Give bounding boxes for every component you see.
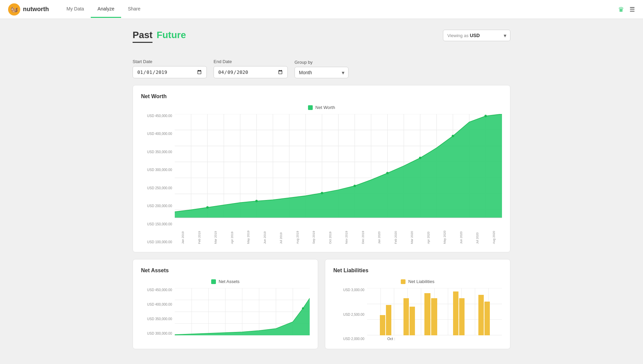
data-point	[386, 172, 389, 174]
start-date-label: Start Date	[133, 59, 207, 64]
na-y-350: USD 350,000.00	[141, 317, 172, 321]
header: 🐿️ nutworth My Data Analyze Share ♛ ☰	[0, 0, 643, 19]
na-y-450: USD 450,000.00	[141, 288, 172, 292]
data-point	[452, 135, 454, 137]
logo-area: 🐿️ nutworth	[8, 3, 49, 16]
na-y-400: USD 400,000.00	[141, 303, 172, 306]
bottom-charts-row: Net Assets Net Assets USD 450,000.00 USD…	[133, 259, 510, 356]
net-assets-legend: Net Assets	[141, 279, 310, 284]
title-past: Past	[133, 30, 152, 43]
x-label-jul20: Jul 2020	[476, 227, 479, 244]
x-label-mar19: Mar 2019	[214, 227, 217, 244]
net-liabilities-chart-area: Oct :	[367, 288, 502, 341]
bar	[453, 291, 458, 335]
group-by-select[interactable]: Week Month Quarter Year	[295, 67, 348, 78]
net-worth-card: Net Worth Net Worth USD 450,000.00 USD 4…	[133, 85, 510, 252]
net-worth-x-axis: Jan 2019 Feb 2019 Mar 2019 Apr 2019 May …	[175, 227, 502, 244]
net-liabilities-legend-label: Net Liabilities	[408, 279, 434, 284]
header-right: ♛ ☰	[618, 5, 635, 13]
bar	[431, 298, 437, 335]
y-label-150: USD 150,000.00	[141, 222, 172, 226]
nl-y-2000: USD 2,000.00	[333, 337, 364, 341]
bar	[459, 298, 465, 335]
x-label-apr19: Apr 2019	[230, 227, 234, 244]
y-label-300: USD 300,000.00	[141, 168, 172, 172]
y-label-200: USD 200,000.00	[141, 204, 172, 208]
group-by-select-wrapper: Week Month Quarter Year	[295, 67, 348, 78]
main-nav: My Data Analyze Share	[60, 1, 147, 18]
x-label-feb19: Feb 2019	[198, 227, 201, 244]
filters-row: Start Date End Date Group by Week Month …	[133, 59, 510, 78]
bar	[380, 315, 385, 335]
currency-selector[interactable]: Viewing as USD	[443, 30, 510, 41]
nl-y-2500: USD 2,500.00	[333, 313, 364, 316]
end-date-group: End Date	[214, 59, 288, 78]
oct-label: Oct :	[367, 337, 502, 341]
net-liabilities-legend-dot	[401, 279, 406, 284]
net-liabilities-legend: Net Liabilities	[333, 279, 502, 284]
net-worth-title: Net Worth	[141, 93, 502, 100]
bar	[386, 305, 391, 335]
net-liabilities-svg	[367, 288, 502, 335]
y-label-400: USD 400,000.00	[141, 132, 172, 136]
na-y-300: USD 300,000.00	[141, 332, 172, 335]
end-date-input[interactable]	[214, 66, 288, 78]
y-label-250: USD 250,000.00	[141, 186, 172, 190]
bar	[478, 295, 484, 335]
net-assets-svg	[175, 288, 310, 335]
net-assets-title: Net Assets	[141, 268, 310, 274]
nav-my-data[interactable]: My Data	[60, 1, 91, 18]
logo-icon: 🐿️	[8, 3, 20, 16]
net-assets-legend-dot	[211, 279, 216, 284]
title-future[interactable]: Future	[157, 30, 186, 40]
x-label-dec19: Dec 2019	[361, 227, 365, 244]
end-date-label: End Date	[214, 59, 288, 64]
y-label-100: USD 100,000.00	[141, 240, 172, 244]
net-worth-legend-dot	[308, 105, 313, 110]
start-date-input[interactable]	[133, 66, 207, 78]
viewing-as-label: Viewing as	[447, 33, 469, 38]
x-label-jun20: Jun 2020	[459, 227, 463, 244]
data-point	[321, 192, 323, 194]
net-worth-y-axis: USD 450,000.00 USD 400,000.00 USD 350,00…	[141, 114, 175, 244]
net-assets-chart-wrapper: USD 450,000.00 USD 400,000.00 USD 350,00…	[141, 288, 310, 335]
group-by-group: Group by Week Month Quarter Year	[295, 60, 348, 78]
nav-analyze[interactable]: Analyze	[91, 1, 121, 18]
y-label-350: USD 350,000.00	[141, 150, 172, 154]
net-assets-chart-area	[175, 288, 310, 335]
net-worth-legend: Net Worth	[141, 105, 502, 110]
y-label-450: USD 450,000.00	[141, 114, 172, 118]
x-label-may20: May 2020	[443, 227, 446, 244]
data-point	[302, 307, 304, 309]
crown-icon: ♛	[618, 5, 624, 13]
menu-icon[interactable]: ☰	[630, 6, 635, 13]
net-liabilities-card: Net Liabilities Net Liabilities USD 3,00…	[325, 259, 510, 349]
x-label-aug20: Aug 2020	[492, 227, 496, 244]
x-label-apr20: Apr 2020	[427, 227, 430, 244]
nav-share[interactable]: Share	[121, 1, 147, 18]
net-worth-chart-area: Jan 2019 Feb 2019 Mar 2019 Apr 2019 May …	[175, 114, 502, 244]
net-liabilities-title: Net Liabilities	[333, 268, 502, 274]
net-worth-svg	[175, 114, 502, 226]
net-worth-chart-wrapper: USD 450,000.00 USD 400,000.00 USD 350,00…	[141, 114, 502, 244]
x-label-jun19: Jun 2019	[263, 227, 267, 244]
net-worth-legend-label: Net Worth	[315, 105, 335, 110]
top-bar: Past Future Viewing as USD ▾	[133, 30, 510, 51]
net-assets-card: Net Assets Net Assets USD 450,000.00 USD…	[133, 259, 318, 349]
currency-value: USD	[470, 33, 480, 38]
x-label-feb20: Feb 2020	[394, 227, 397, 244]
x-label-jul19: Jul 2019	[279, 227, 283, 244]
data-point	[484, 115, 487, 117]
x-label-jan20: Jan 2020	[378, 227, 381, 244]
bar	[410, 307, 415, 335]
net-assets-legend-label: Net Assets	[219, 279, 240, 284]
viewing-as-control: Viewing as USD ▾	[443, 30, 510, 41]
page-title: Past Future	[133, 30, 186, 43]
net-liabilities-y-axis: USD 3,000.00 USD 2,500.00 USD 2,000.00	[333, 288, 367, 341]
start-date-group: Start Date	[133, 59, 207, 78]
x-label-may19: May 2019	[247, 227, 250, 244]
net-assets-y-axis: USD 450,000.00 USD 400,000.00 USD 350,00…	[141, 288, 175, 335]
bar	[484, 302, 490, 335]
x-label-sep19: Sep 2019	[312, 227, 315, 244]
x-label-oct19: Oct 2019	[329, 227, 332, 244]
